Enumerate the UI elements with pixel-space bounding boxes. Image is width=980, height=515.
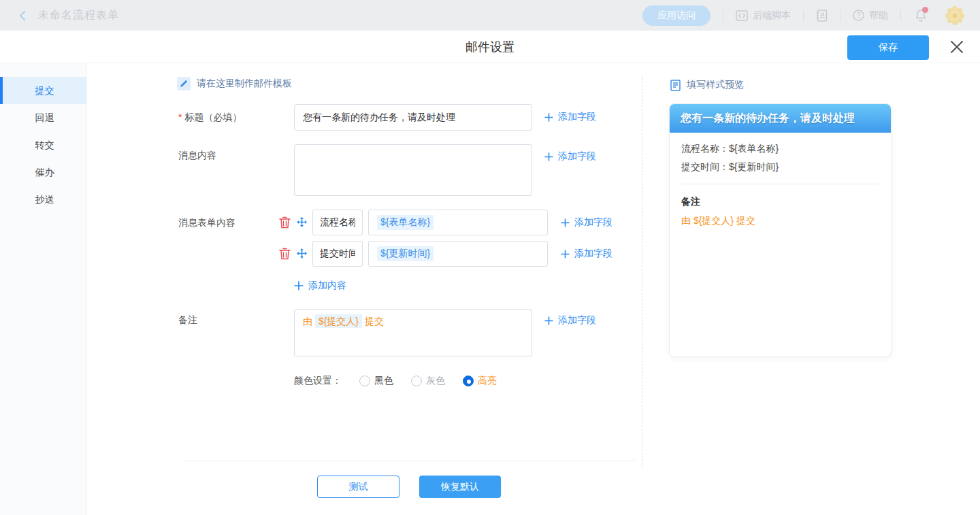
add-field-link-row2[interactable]: 添加字段 [561,248,612,260]
sidebar-item-rollback[interactable]: 回退 [0,104,86,131]
title-label: *标题（必填） [178,104,242,131]
back-icon[interactable] [18,11,27,20]
color-setting-row: 颜色设置： 黑色 灰色 高亮 [294,375,497,387]
add-field-link-title[interactable]: 添加字段 [544,111,596,123]
topbar-left: 未命名流程表单 [0,8,119,22]
modal-header: 邮件设置 保存 [0,31,980,63]
svg-text:?: ? [857,12,861,19]
preview-remark-title: 备注 [681,193,879,210]
help-icon: ? [853,10,864,21]
delete-icon[interactable] [279,248,291,260]
radio-highlight-label: 高亮 [478,375,497,387]
template-hint: 请在这里制作邮件模板 [177,77,292,90]
form-content-label: 消息表单内容 [178,217,235,229]
add-content-link[interactable]: 添加内容 [294,280,346,292]
add-field-label: 添加字段 [558,150,596,163]
move-icon[interactable] [295,247,308,259]
test-button[interactable]: 测试 [317,476,399,498]
add-field-label: 添加字段 [574,216,612,229]
title-input[interactable] [294,104,532,131]
radio-gray[interactable] [411,376,422,386]
bottom-divider [184,461,635,461]
remark-textarea[interactable]: 由 ${提交人} 提交 [294,309,532,356]
divider [723,10,723,21]
plus-icon [294,281,304,290]
preview-divider [681,184,879,184]
code-icon [736,10,748,21]
topbar: 未命名流程表单 应用访问 后端脚本 ? 帮助 [0,0,980,31]
preview-card-body: 流程名称：${表单名称} 提交时间：${更新时间} 备注 由 ${提交人} 提交 [670,133,891,237]
notification-dot [922,7,928,13]
preview-line-submit-time: 提交时间：${更新时间} [681,158,879,176]
divider [840,10,840,21]
screen: 未命名流程表单 应用访问 后端脚本 ? 帮助 [0,0,980,515]
radio-black[interactable] [359,376,370,386]
save-button[interactable]: 保存 [847,35,929,60]
plus-icon [561,218,570,227]
template-hint-label: 请在这里制作邮件模板 [197,78,292,90]
backend-script-label: 后端脚本 [753,10,791,22]
close-icon[interactable] [949,39,964,54]
notifications-button[interactable] [915,9,927,22]
divider [803,10,804,21]
page-title: 未命名流程表单 [38,8,119,22]
preview-remark-line: 由 ${提交人} 提交 [681,210,879,231]
divider [900,10,901,21]
add-field-label: 添加字段 [574,248,612,260]
help-button[interactable]: ? 帮助 [853,10,888,22]
preview-card-title: 您有一条新的待办任务，请及时处理 [670,104,891,133]
plus-icon [544,152,553,161]
modal-title: 邮件设置 [0,31,980,63]
remark-prefix: 由 [303,316,312,327]
sidebar: 提交 回退 转交 催办 抄送 [0,63,87,515]
remark-label: 备注 [178,314,197,327]
preview-header: 填写样式预览 [670,79,744,91]
radio-highlight[interactable] [463,376,474,386]
sidebar-item-submit[interactable]: 提交 [0,77,86,104]
sidebar-item-urge[interactable]: 催办 [0,159,86,186]
help-label: 帮助 [869,10,888,22]
remark-token-chip: ${提交人} [315,314,362,328]
radio-gray-label: 灰色 [426,375,445,387]
delete-icon[interactable] [279,216,291,229]
field-token-input-1[interactable]: ${表单名称} [368,210,548,235]
avatar[interactable] [945,5,965,26]
color-setting-label: 颜色设置： [294,375,342,387]
required-mark: * [178,112,182,122]
move-icon[interactable] [295,216,308,228]
add-content-label: 添加内容 [308,280,346,292]
field-name-input-1[interactable] [312,210,363,235]
plus-icon [544,316,553,325]
preview-line-process-name: 流程名称：${表单名称} [681,139,879,158]
sidebar-item-cc[interactable]: 抄送 [0,186,86,213]
topbar-right: 应用访问 后端脚本 ? 帮助 [642,5,980,26]
remark-suffix: 提交 [365,316,384,327]
preview-remark-token: ${提交人} [693,215,734,226]
add-field-link-remark[interactable]: 添加字段 [544,314,596,327]
preview-card: 您有一条新的待办任务，请及时处理 流程名称：${表单名称} 提交时间：${更新时… [669,103,892,357]
add-field-label: 添加字段 [558,111,596,123]
field-token-input-2[interactable]: ${更新时间} [368,241,548,267]
modal-body: 提交 回退 转交 催办 抄送 请在这里制作邮件模板 *标题（必填） 添加字段 消… [0,63,980,515]
document-icon [670,80,681,91]
add-field-link-row1[interactable]: 添加字段 [561,216,612,229]
token-chip: ${更新时间} [377,246,434,261]
add-field-link-message[interactable]: 添加字段 [544,150,596,163]
restore-default-button[interactable]: 恢复默认 [419,476,501,498]
app-access-button[interactable]: 应用访问 [642,5,710,26]
contacts-icon [816,10,828,22]
message-textarea[interactable] [294,144,532,196]
message-label: 消息内容 [178,150,216,162]
vertical-dashed-divider [642,75,642,468]
sidebar-item-transfer[interactable]: 转交 [0,131,86,159]
edit-pencil-icon [177,77,191,90]
field-name-input-2[interactable] [312,241,363,267]
token-chip: ${表单名称} [377,215,434,230]
add-field-label: 添加字段 [558,314,596,327]
backend-script-button[interactable]: 后端脚本 [736,10,791,22]
radio-black-label: 黑色 [374,375,393,387]
preview-header-label: 填写样式预览 [687,79,744,91]
contacts-button[interactable] [816,10,828,22]
plus-icon [544,113,553,122]
plus-icon [561,250,570,259]
